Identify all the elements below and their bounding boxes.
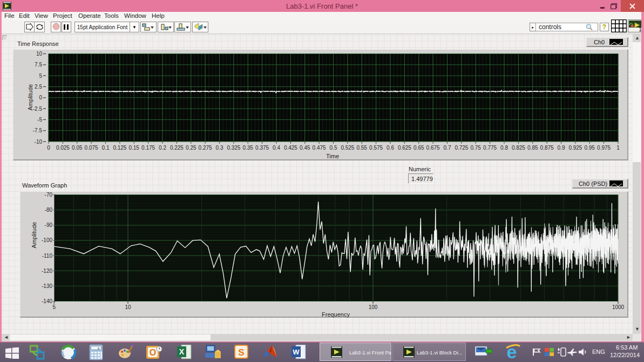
svg-text:O: O [150,348,156,357]
svg-text:1: 1 [616,145,620,151]
svg-text:-7.5: -7.5 [33,128,43,133]
svg-text:-140: -140 [42,298,52,304]
svg-text:0.225: 0.225 [170,145,184,151]
svg-text:0.625: 0.625 [398,145,411,151]
svg-text:0.25: 0.25 [186,145,196,151]
svg-text:0.175: 0.175 [141,145,155,151]
svg-text:-2.5: -2.5 [33,106,43,112]
svg-text:0.7: 0.7 [444,145,451,151]
svg-text:5: 5 [53,304,56,310]
svg-text:0.05: 0.05 [72,145,83,151]
svg-text:0.975: 0.975 [597,145,611,151]
svg-text:0.95: 0.95 [584,145,595,151]
svg-text:10: 10 [125,304,131,310]
svg-text:-110: -110 [42,253,53,259]
svg-text:0.55: 0.55 [356,145,367,151]
svg-text:-70: -70 [45,192,53,198]
svg-text:-10: -10 [35,139,43,145]
svg-text:0.425: 0.425 [284,145,297,151]
svg-text:-130: -130 [42,283,52,289]
svg-text:W: W [293,348,300,356]
svg-text:0.5: 0.5 [330,145,337,151]
svg-text:0.925: 0.925 [568,145,582,151]
svg-text:-100: -100 [42,237,52,243]
svg-text:S: S [238,347,244,358]
svg-text:0.4: 0.4 [273,145,280,151]
svg-text:0: 0 [39,95,42,100]
svg-text:0.775: 0.775 [483,145,497,151]
svg-text:0.075: 0.075 [85,145,98,151]
svg-text:0.85: 0.85 [527,145,538,151]
svg-text:0.1: 0.1 [102,145,110,151]
svg-text:0.65: 0.65 [413,145,424,151]
svg-text:0.525: 0.525 [341,145,354,151]
svg-text:10: 10 [36,51,43,57]
svg-text:0.325: 0.325 [227,145,240,151]
svg-text:0: 0 [47,145,50,151]
svg-text:0.8: 0.8 [500,145,508,151]
svg-text:0.675: 0.675 [426,145,440,151]
svg-text:1000: 1000 [612,304,625,310]
svg-text:-120: -120 [42,268,52,274]
svg-text:5: 5 [39,73,42,79]
svg-text:-5: -5 [37,117,42,123]
svg-text:0.025: 0.025 [56,145,70,151]
svg-text:0.35: 0.35 [242,145,253,151]
svg-text:0.6: 0.6 [387,145,394,151]
svg-text:0.45: 0.45 [300,145,310,151]
svg-text:0.475: 0.475 [313,145,326,151]
svg-text:7.5: 7.5 [35,62,42,68]
svg-text:0.825: 0.825 [512,145,525,151]
svg-text:0.125: 0.125 [113,145,126,151]
svg-text:0.3: 0.3 [216,145,223,151]
svg-text:0.9: 0.9 [558,145,565,151]
svg-text:0.725: 0.725 [455,145,468,151]
svg-text:0.15: 0.15 [128,145,139,151]
svg-text:-90: -90 [45,222,53,228]
svg-text:100: 100 [369,304,378,310]
svg-text:0.875: 0.875 [540,145,554,151]
svg-text:2.5: 2.5 [35,84,42,90]
svg-text:0.75: 0.75 [470,145,481,151]
svg-text:0.375: 0.375 [255,145,269,151]
svg-text:0.275: 0.275 [199,145,212,151]
svg-text:0.575: 0.575 [369,145,383,151]
svg-text:-80: -80 [45,207,53,213]
svg-text:0.2: 0.2 [159,145,166,151]
svg-text:X: X [179,347,185,356]
